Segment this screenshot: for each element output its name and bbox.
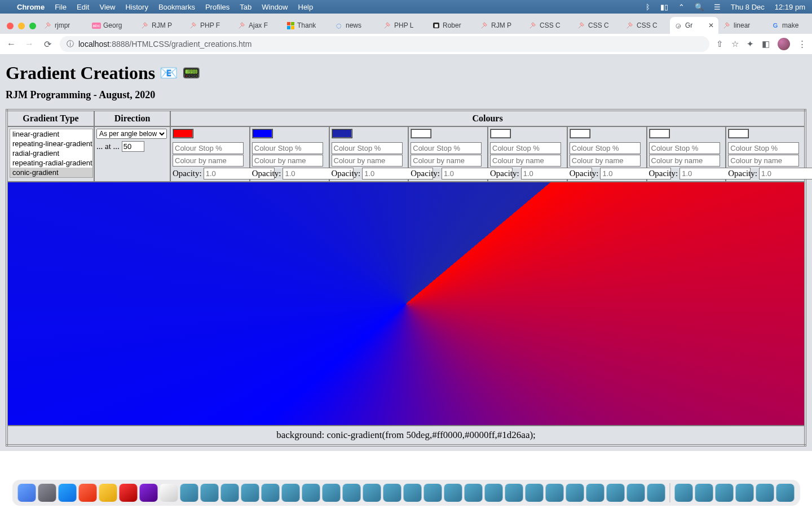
battery-icon[interactable]: ▮▯ [660, 3, 668, 11]
extensions-icon[interactable]: ✦ [747, 39, 754, 49]
browser-tab[interactable]: Gmake [767, 17, 812, 34]
sidepanel-icon[interactable]: ◧ [762, 39, 770, 49]
dock-app-icon[interactable] [180, 484, 198, 502]
dock-app-icon[interactable] [99, 484, 117, 502]
wifi-icon[interactable]: ⌃ [678, 3, 685, 11]
dock-app-icon[interactable] [607, 484, 625, 502]
email-emoji-icon[interactable]: 📧 [160, 64, 178, 82]
browser-tab[interactable]: CSS C [573, 17, 621, 34]
colour-swatch[interactable] [649, 129, 670, 138]
browser-tab[interactable]: CSS C [524, 17, 573, 34]
dock-app-icon[interactable] [323, 484, 341, 502]
colour-swatch[interactable] [490, 129, 511, 138]
at-value-input[interactable] [122, 141, 144, 152]
dock-app-icon[interactable] [140, 484, 158, 502]
dock-app-icon[interactable] [465, 484, 483, 502]
menu-tab[interactable]: Tab [240, 3, 251, 11]
colour-name-input[interactable] [490, 155, 561, 167]
back-button[interactable]: ← [6, 39, 17, 49]
browser-tab[interactable]: linear [718, 17, 767, 34]
colour-stop-input[interactable] [728, 142, 799, 154]
menu-edit[interactable]: Edit [77, 3, 89, 11]
dock-app-icon[interactable] [546, 484, 564, 502]
gradient-type-option[interactable]: linear-gradient [10, 129, 92, 139]
dock-app-icon[interactable] [695, 484, 713, 502]
menu-history[interactable]: History [125, 3, 148, 11]
dock-app-icon[interactable] [38, 484, 56, 502]
tab-close-icon[interactable]: ✕ [708, 21, 714, 29]
macos-dock[interactable] [12, 480, 800, 506]
colour-swatch[interactable] [570, 129, 590, 138]
gradient-type-option[interactable]: repeating-radial-gradient [10, 158, 92, 168]
colour-swatch[interactable] [173, 129, 193, 138]
colour-swatch[interactable] [332, 129, 352, 138]
close-window-button[interactable] [7, 23, 14, 29]
menubar-date[interactable]: Thu 8 Dec [731, 3, 765, 11]
zoom-window-button[interactable] [29, 23, 36, 29]
dock-app-icon[interactable] [302, 484, 320, 502]
forward-button[interactable]: → [24, 39, 35, 49]
dock-app-icon[interactable] [444, 484, 462, 502]
colour-name-input[interactable] [173, 155, 244, 167]
colour-name-input[interactable] [252, 155, 323, 167]
dock-app-icon[interactable] [505, 484, 523, 502]
opacity-input[interactable] [759, 168, 812, 179]
colour-stop-input[interactable] [173, 142, 244, 154]
site-info-icon[interactable]: ⓘ [67, 39, 74, 49]
chrome-menu-icon[interactable]: ⋮ [798, 39, 806, 49]
colour-stop-input[interactable] [490, 142, 561, 154]
browser-tab[interactable]: RJM P [476, 17, 524, 34]
dock-app-icon[interactable] [160, 484, 178, 502]
browser-tab[interactable]: Ajax F [233, 17, 282, 34]
colour-stop-input[interactable] [252, 142, 323, 154]
pager-emoji-icon[interactable]: 📟 [182, 64, 200, 82]
menu-profiles[interactable]: Profiles [205, 3, 230, 11]
dock-app-icon[interactable] [59, 484, 77, 502]
direction-select[interactable]: As per angle below [96, 129, 167, 139]
browser-tab[interactable]: ◌news [330, 17, 379, 34]
dock-app-icon[interactable] [120, 484, 138, 502]
dock-app-icon[interactable] [716, 484, 734, 502]
control-center-icon[interactable]: ☰ [714, 3, 721, 11]
dock-app-icon[interactable] [383, 484, 401, 502]
colour-stop-input[interactable] [570, 142, 641, 154]
dock-app-icon[interactable] [736, 484, 754, 502]
dock-app-icon[interactable] [282, 484, 300, 502]
browser-tab[interactable]: ◼Rober [427, 17, 476, 34]
colour-name-input[interactable] [411, 155, 482, 167]
browser-tab[interactable]: PHP F [185, 17, 233, 34]
dock-app-icon[interactable] [627, 484, 645, 502]
dock-app-icon[interactable] [343, 484, 361, 502]
colour-stop-input[interactable] [649, 142, 720, 154]
colour-swatch[interactable] [728, 129, 749, 138]
bluetooth-icon[interactable]: ᛒ [646, 3, 650, 11]
gradient-type-option[interactable]: conic-gradient [10, 168, 92, 177]
dock-app-icon[interactable] [424, 484, 442, 502]
dock-app-icon[interactable] [526, 484, 544, 502]
browser-tab[interactable]: ◶Gr✕ [670, 17, 718, 34]
dock-app-icon[interactable] [241, 484, 259, 502]
dock-app-icon[interactable] [756, 484, 774, 502]
dock-app-icon[interactable] [586, 484, 604, 502]
address-bar[interactable]: ⓘ localhost:8888/HTMLCSS/gradient_creati… [60, 36, 709, 52]
share-icon[interactable]: ⇧ [716, 39, 723, 49]
reload-button[interactable]: ⟳ [42, 39, 53, 50]
colour-stop-input[interactable] [332, 142, 403, 154]
browser-tab[interactable]: Thank [282, 17, 330, 34]
browser-tab[interactable]: PHP L [379, 17, 427, 34]
bookmark-icon[interactable]: ☆ [731, 39, 739, 49]
dock-app-icon[interactable] [485, 484, 503, 502]
colour-stop-input[interactable] [411, 142, 482, 154]
spotlight-icon[interactable]: 🔍 [695, 3, 704, 11]
app-name[interactable]: Chrome [17, 3, 45, 11]
gradient-type-list[interactable]: linear-gradientrepeating-linear-gradient… [10, 129, 93, 178]
gradient-type-option[interactable]: radial-gradient [10, 148, 92, 158]
colour-name-input[interactable] [728, 155, 799, 167]
dock-app-icon[interactable] [262, 484, 280, 502]
dock-app-icon[interactable] [776, 484, 795, 502]
menu-help[interactable]: Help [298, 3, 314, 11]
dock-app-icon[interactable] [201, 484, 219, 502]
colour-name-input[interactable] [570, 155, 641, 167]
colour-name-input[interactable] [649, 155, 720, 167]
colour-swatch[interactable] [411, 129, 431, 138]
